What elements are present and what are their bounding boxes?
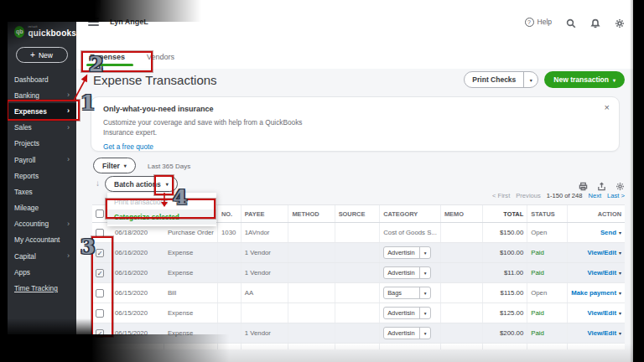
category-dropdown[interactable]: Advertisin▾: [383, 307, 431, 319]
export-icon[interactable]: [597, 179, 606, 189]
action-caret-icon[interactable]: ▾: [619, 251, 621, 256]
banner-title: Only-what-you-need insurance: [103, 105, 607, 113]
sidebar-item-projects[interactable]: Projects: [7, 136, 76, 152]
menu-item-print-transactions[interactable]: Print transactions: [107, 194, 216, 209]
sidebar-item-dashboard[interactable]: Dashboard: [7, 71, 76, 87]
help-button[interactable]: ? Help: [525, 18, 552, 27]
column-header-method[interactable]: METHOD: [288, 205, 335, 223]
caret-down-icon[interactable]: ▾: [419, 328, 430, 339]
cell-category: Advertisin▾: [380, 323, 441, 344]
row-checkbox[interactable]: ✓: [96, 269, 104, 277]
sidebar-item-mileage[interactable]: Mileage: [7, 200, 76, 216]
category-dropdown[interactable]: Advertisin▾: [383, 246, 431, 259]
caret-down-icon[interactable]: ▾: [419, 308, 430, 318]
select-all-checkbox[interactable]: [96, 209, 104, 218]
category-dropdown[interactable]: Advertisin▾: [383, 327, 431, 339]
action-link-view-edit[interactable]: View/Edit: [587, 329, 616, 337]
menu-item-categorize-selected[interactable]: Categorize selected: [107, 209, 216, 225]
caret-down-icon[interactable]: ▾: [419, 287, 430, 298]
row-checkbox[interactable]: ✓: [96, 329, 104, 338]
pagination-previous[interactable]: Previous: [516, 192, 541, 199]
print-checks-button[interactable]: Print Checks ▾: [464, 71, 538, 88]
caret-down-icon[interactable]: ▾: [419, 267, 430, 278]
get-free-quote-link[interactable]: Get a free quote: [103, 142, 153, 151]
action-caret-icon[interactable]: ▾: [619, 331, 621, 336]
table-settings-gear-icon[interactable]: [615, 179, 625, 189]
tab-vendors[interactable]: Vendors: [147, 53, 174, 69]
category-value: Advertisin: [384, 269, 419, 277]
category-dropdown[interactable]: Bags▾: [383, 287, 431, 299]
cell-memo: [440, 323, 482, 344]
action-link-view-edit[interactable]: View/Edit: [587, 269, 616, 277]
filter-label: Filter: [102, 162, 120, 170]
cell-payee: 1AVndor: [241, 223, 288, 243]
new-button[interactable]: + New: [16, 47, 68, 63]
column-header-action[interactable]: ACTION: [568, 205, 625, 223]
column-header-total[interactable]: TOTAL: [483, 205, 527, 223]
cell-action: View/Edit▾: [568, 263, 625, 283]
sidebar-item-expenses[interactable]: Expenses›: [7, 103, 76, 119]
search-icon[interactable]: [566, 17, 576, 27]
cell-no: [217, 283, 241, 303]
action-link-send[interactable]: Send: [600, 229, 616, 236]
cell-source: [335, 323, 379, 344]
cell-status: Paid: [527, 243, 568, 263]
sidebar-item-apps[interactable]: Apps: [7, 264, 76, 280]
sidebar-item-accounting[interactable]: Accounting›: [7, 216, 76, 232]
company-name: Lyn AngeL: [110, 18, 148, 26]
cell-date: 06/16/2020: [112, 243, 164, 263]
pagination-next[interactable]: Next: [588, 192, 601, 199]
column-header-category[interactable]: CATEGORY: [380, 205, 441, 223]
row-checkbox[interactable]: [96, 309, 104, 318]
column-header-payee[interactable]: PAYEE: [241, 205, 288, 223]
batch-actions-button[interactable]: Batch actions ▾: [105, 176, 178, 192]
caret-down-icon[interactable]: ▾: [419, 247, 430, 258]
cell-action: View/Edit▾: [568, 303, 625, 323]
column-header-memo[interactable]: MEMO: [440, 205, 482, 223]
row-checkbox[interactable]: ✓: [96, 249, 104, 257]
sidebar-item-banking[interactable]: Banking›: [7, 87, 76, 103]
row-checkbox[interactable]: [96, 289, 104, 297]
filter-button[interactable]: Filter ▾: [93, 158, 136, 173]
row-checkbox[interactable]: [96, 229, 104, 237]
sidebar-item-time-tracking[interactable]: Time Tracking: [7, 280, 76, 296]
batch-actions-caret-icon[interactable]: ▾: [166, 181, 169, 187]
new-transaction-button[interactable]: New transaction ▾: [544, 71, 625, 88]
cell-category: Advertisin▾: [380, 263, 441, 283]
sidebar-item-label: Sales: [14, 123, 32, 132]
chevron-right-icon: ›: [67, 91, 70, 99]
action-caret-icon[interactable]: ▾: [619, 291, 621, 296]
action-caret-icon[interactable]: ▾: [619, 311, 621, 316]
cell-date: 06/15/2020: [112, 323, 164, 344]
sidebar-item-capital[interactable]: Capital›: [7, 248, 76, 264]
topbar: Lyn AngeL ? Help: [76, 0, 633, 44]
pagination-last[interactable]: Last >: [607, 192, 625, 199]
sidebar-item-reports[interactable]: Reports: [7, 168, 76, 184]
action-caret-icon[interactable]: ▾: [619, 230, 621, 235]
action-link-view-edit[interactable]: View/Edit: [587, 309, 616, 317]
tab-expenses[interactable]: Expenses: [90, 53, 125, 69]
column-header-source[interactable]: SOURCE: [335, 205, 379, 223]
print-icon[interactable]: [579, 179, 588, 189]
pagination-first[interactable]: < First: [492, 192, 510, 199]
sidebar-item-payroll[interactable]: Payroll›: [7, 152, 76, 168]
cell-no: [217, 323, 241, 344]
category-dropdown[interactable]: Advertisin▾: [383, 266, 431, 279]
notifications-bell-icon[interactable]: [590, 17, 600, 27]
settings-gear-icon[interactable]: [615, 17, 625, 27]
sidebar-item-taxes[interactable]: Taxes: [7, 184, 76, 199]
cell-type: Bill: [164, 283, 218, 303]
print-checks-caret-icon[interactable]: ▾: [523, 72, 538, 87]
cell-date: 06/15/2020: [112, 303, 164, 323]
action-caret-icon[interactable]: ▾: [619, 271, 621, 276]
action-link-make-payment[interactable]: Make payment: [571, 289, 616, 297]
sidebar-item-my-accountant[interactable]: My Accountant: [7, 232, 76, 248]
close-icon[interactable]: ×: [605, 103, 610, 112]
column-header-no-[interactable]: NO.: [217, 205, 241, 223]
hamburger-menu-icon[interactable]: [88, 18, 99, 26]
cell-total: $200.00: [483, 323, 527, 344]
sidebar-item-sales[interactable]: Sales›: [7, 120, 76, 136]
cell-no: [217, 243, 241, 263]
column-header-status[interactable]: STATUS: [527, 205, 568, 223]
action-link-view-edit[interactable]: View/Edit: [587, 249, 616, 256]
